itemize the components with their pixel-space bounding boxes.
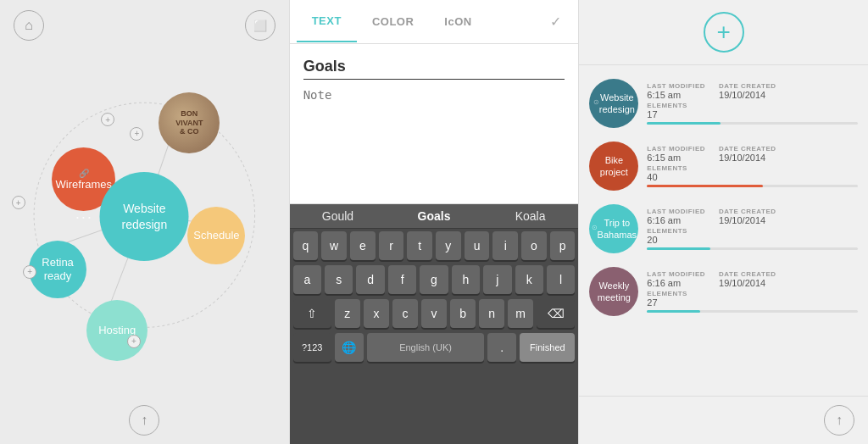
project-circle-weekly: Weekly meeting bbox=[589, 267, 638, 316]
bubble-hosting[interactable]: Hosting bbox=[86, 300, 147, 361]
key-space[interactable]: English (UK) bbox=[367, 333, 484, 362]
project-info-trip: LAST MODIFIED 6:16 am DATE CREATED 19/10… bbox=[647, 208, 858, 250]
home-button[interactable]: ⌂ bbox=[14, 10, 44, 41]
suggestion-goals[interactable]: Goals bbox=[386, 209, 482, 223]
project-item-weekly[interactable]: Weekly meeting LAST MODIFIED 6:16 am DAT… bbox=[579, 260, 868, 323]
key-w[interactable]: w bbox=[321, 231, 347, 260]
right-top: + bbox=[579, 0, 868, 65]
add-button[interactable]: + bbox=[704, 12, 744, 53]
key-j[interactable]: j bbox=[483, 265, 511, 294]
key-b[interactable]: b bbox=[450, 299, 476, 328]
suggestion-gould[interactable]: Gould bbox=[290, 209, 387, 223]
monitor-button[interactable]: ⬜ bbox=[245, 10, 275, 41]
add-icon: + bbox=[716, 19, 730, 46]
tab-icon[interactable]: IcON bbox=[429, 2, 487, 42]
left-top-bar: ⌂ ⬜ bbox=[0, 0, 289, 51]
left-panel: ⌂ ⬜ Website redesign 🔗 Wireframes • • • bbox=[0, 0, 289, 444]
progress-bar-bike bbox=[647, 185, 858, 187]
monitor-icon: ⬜ bbox=[253, 19, 267, 32]
project-list: ⊙ Website redesign LAST MODIFIED 6:15 am… bbox=[579, 65, 868, 396]
key-y[interactable]: y bbox=[436, 231, 461, 260]
key-num[interactable]: ?123 bbox=[293, 333, 331, 362]
center-bubble[interactable]: Website redesign bbox=[100, 172, 189, 261]
check-icon: ✓ bbox=[550, 14, 561, 29]
keyboard-row-1: q w e r t y u i o p bbox=[290, 229, 579, 263]
key-v[interactable]: v bbox=[421, 299, 447, 328]
right-panel: + ⊙ Website redesign LAST MODIFIED 6:15 … bbox=[578, 0, 868, 444]
mind-map: Website redesign 🔗 Wireframes • • • Reti… bbox=[0, 51, 289, 397]
project-item-trip[interactable]: ⊙ Trip to Bahamas LAST MODIFIED 6:16 am … bbox=[579, 197, 868, 260]
project-info-website: LAST MODIFIED 6:15 am DATE CREATED 19/10… bbox=[647, 82, 858, 125]
keyboard-row-2: a s d f g h j k l bbox=[290, 263, 579, 297]
bubble-retina[interactable]: Retina ready bbox=[29, 241, 86, 298]
plus-dot-4[interactable]: + bbox=[127, 335, 141, 348]
progress-bar-website bbox=[647, 122, 858, 125]
project-info-weekly: LAST MODIFIED 6:16 am DATE CREATED 19/10… bbox=[647, 270, 858, 313]
right-bottom: ↑ bbox=[579, 396, 868, 444]
key-q[interactable]: q bbox=[293, 231, 319, 260]
key-a[interactable]: a bbox=[293, 265, 321, 294]
key-i[interactable]: i bbox=[492, 231, 518, 260]
key-d[interactable]: d bbox=[356, 265, 384, 294]
key-r[interactable]: r bbox=[379, 231, 404, 260]
scroll-up-button[interactable]: ↑ bbox=[824, 405, 854, 436]
key-o[interactable]: o bbox=[521, 231, 547, 260]
key-x[interactable]: x bbox=[364, 299, 389, 328]
project-circle-bike: Bike project bbox=[589, 142, 638, 191]
key-t[interactable]: t bbox=[407, 231, 432, 260]
key-period[interactable]: . bbox=[487, 333, 516, 362]
key-k[interactable]: k bbox=[515, 265, 543, 294]
suggestion-koala[interactable]: Koala bbox=[482, 209, 579, 223]
text-area-section bbox=[290, 44, 579, 204]
plus-dot-2[interactable]: + bbox=[12, 196, 25, 209]
key-n[interactable]: n bbox=[479, 299, 504, 328]
check-button[interactable]: ✓ bbox=[540, 0, 571, 43]
key-l[interactable]: l bbox=[547, 265, 575, 294]
key-done[interactable]: Finished bbox=[520, 333, 575, 362]
key-globe[interactable]: 🌐 bbox=[335, 333, 364, 362]
key-h[interactable]: h bbox=[452, 265, 480, 294]
key-s[interactable]: s bbox=[325, 265, 353, 294]
title-input[interactable] bbox=[303, 54, 565, 80]
note-textarea[interactable] bbox=[303, 88, 565, 190]
upload-button[interactable]: ↑ bbox=[129, 405, 159, 436]
project-circle-trip: ⊙ Trip to Bahamas bbox=[589, 204, 638, 253]
key-g[interactable]: g bbox=[420, 265, 448, 294]
keyboard: Gould Goals Koala q w e r t y u i o p a … bbox=[290, 204, 579, 444]
key-c[interactable]: c bbox=[392, 299, 418, 328]
home-icon: ⌂ bbox=[25, 18, 33, 33]
up-icon: ↑ bbox=[141, 413, 147, 428]
key-delete[interactable]: ⌫ bbox=[537, 299, 575, 328]
progress-bar-trip bbox=[647, 247, 858, 250]
key-f[interactable]: f bbox=[388, 265, 416, 294]
left-bottom-bar: ↑ bbox=[0, 397, 289, 444]
bubble-image[interactable]: BONVIVANT& CO bbox=[159, 92, 220, 153]
project-item-website[interactable]: ⊙ Website redesign LAST MODIFIED 6:15 am… bbox=[579, 72, 868, 135]
plus-dot-5[interactable]: + bbox=[101, 113, 114, 126]
keyboard-row-4: ?123 🌐 English (UK) . Finished bbox=[290, 330, 579, 364]
key-p[interactable]: p bbox=[550, 231, 576, 260]
project-info-bike: LAST MODIFIED 6:15 am DATE CREATED 19/10… bbox=[647, 145, 858, 187]
keyboard-suggestions: Gould Goals Koala bbox=[290, 204, 579, 229]
tab-bar: TEXT COLOR IcON ✓ bbox=[290, 0, 579, 44]
key-e[interactable]: e bbox=[350, 231, 376, 260]
project-circle-website: ⊙ Website redesign bbox=[589, 79, 638, 128]
key-z[interactable]: z bbox=[335, 299, 360, 328]
progress-bar-weekly bbox=[647, 310, 858, 313]
keyboard-row-3: ⇧ z x c v b n m ⌫ bbox=[290, 297, 579, 330]
key-m[interactable]: m bbox=[508, 299, 533, 328]
plus-dot-1[interactable]: + bbox=[130, 127, 143, 141]
key-shift[interactable]: ⇧ bbox=[293, 299, 331, 328]
bubble-schedule[interactable]: Schedule bbox=[187, 207, 245, 264]
key-u[interactable]: u bbox=[465, 231, 490, 260]
tab-text[interactable]: TEXT bbox=[297, 1, 357, 42]
project-item-bike[interactable]: Bike project LAST MODIFIED 6:15 am DATE … bbox=[579, 135, 868, 197]
tab-color[interactable]: COLOR bbox=[357, 2, 429, 42]
middle-panel: TEXT COLOR IcON ✓ Gould Goals Koala q w … bbox=[289, 0, 579, 444]
scroll-up-icon: ↑ bbox=[836, 413, 843, 428]
